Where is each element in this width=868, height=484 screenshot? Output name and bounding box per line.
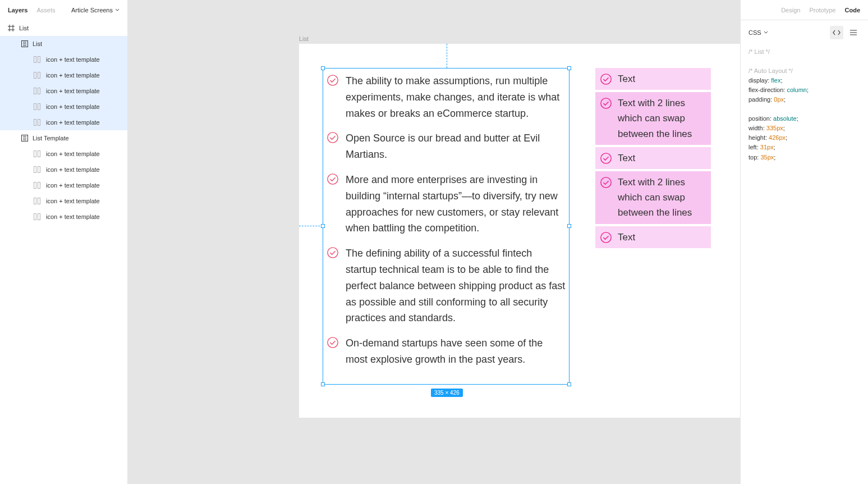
layer-label: icon + text template bbox=[46, 166, 100, 173]
canvas[interactable]: List The ability to make assumptions, ru… bbox=[128, 0, 740, 484]
layer-label: List bbox=[33, 40, 42, 47]
check-circle-icon bbox=[600, 152, 612, 165]
layer-component-row[interactable]: icon + text template bbox=[0, 177, 127, 193]
list-item[interactable]: Open Source is our bread and butter at E… bbox=[323, 130, 569, 163]
svg-point-12 bbox=[328, 337, 338, 348]
chevron-down-icon bbox=[764, 30, 768, 35]
component-icon bbox=[34, 72, 42, 79]
page-name: Article Screens bbox=[71, 7, 113, 13]
code-view-icon[interactable] bbox=[830, 26, 843, 39]
resize-handle[interactable] bbox=[321, 224, 325, 228]
root-layer-row[interactable]: List bbox=[0, 20, 127, 36]
check-circle-icon bbox=[327, 74, 339, 86]
tab-layers[interactable]: Layers bbox=[8, 7, 27, 13]
layer-component-row[interactable]: icon + text template bbox=[0, 99, 127, 115]
layer-label: icon + text template bbox=[46, 88, 100, 94]
tab-prototype[interactable]: Prototype bbox=[809, 7, 835, 13]
layer-label: icon + text template bbox=[46, 103, 100, 110]
code-output[interactable]: /* List */ /* Auto Layout */ display: fl… bbox=[741, 45, 868, 170]
page-dropdown[interactable]: Article Screens bbox=[71, 7, 120, 13]
layer-label: icon + text template bbox=[46, 72, 100, 79]
language-label: CSS bbox=[748, 29, 761, 36]
list-view-icon[interactable] bbox=[847, 26, 860, 39]
list-item[interactable]: More and more enterprises are investing … bbox=[323, 172, 569, 236]
check-circle-icon bbox=[600, 231, 612, 244]
layer-component-row[interactable]: icon + text template bbox=[0, 146, 127, 162]
layer-tree: Listicon + text templateicon + text temp… bbox=[0, 36, 127, 225]
layer-component-row[interactable]: icon + text template bbox=[0, 67, 127, 83]
component-icon bbox=[34, 103, 42, 110]
resize-handle[interactable] bbox=[321, 382, 325, 386]
template-item-text: Text bbox=[618, 150, 635, 166]
list-item[interactable]: The defining ability of a successful fin… bbox=[323, 245, 569, 326]
guide-horizontal bbox=[299, 226, 323, 226]
template-item[interactable]: Text with 2 lines which can swap between… bbox=[595, 171, 711, 224]
root-layer-label: List bbox=[19, 25, 29, 31]
resize-handle[interactable] bbox=[567, 66, 571, 70]
frame-label[interactable]: List bbox=[299, 35, 309, 42]
tab-code[interactable]: Code bbox=[845, 7, 861, 13]
template-item-text: Text bbox=[618, 71, 635, 86]
tab-assets[interactable]: Assets bbox=[36, 7, 55, 13]
code-comment: /* List */ bbox=[748, 47, 860, 57]
resize-handle[interactable] bbox=[567, 224, 571, 228]
list-item-text: The defining ability of a successful fin… bbox=[346, 245, 566, 326]
svg-point-15 bbox=[601, 153, 611, 163]
template-item-text: Text with 2 lines which can swap between… bbox=[618, 95, 706, 141]
left-panel: Layers Assets Article Screens List Listi… bbox=[0, 0, 128, 484]
layer-component-row[interactable]: icon + text template bbox=[0, 115, 127, 130]
tab-design[interactable]: Design bbox=[781, 7, 800, 13]
check-circle-icon bbox=[327, 246, 339, 259]
component-icon bbox=[34, 182, 42, 189]
template-frame[interactable]: TextText with 2 lines which can swap bet… bbox=[595, 68, 711, 248]
svg-point-14 bbox=[601, 98, 611, 108]
layer-component-row[interactable]: icon + text template bbox=[0, 193, 127, 209]
layer-label: icon + text template bbox=[46, 213, 100, 220]
svg-point-16 bbox=[601, 177, 611, 188]
code-header: CSS bbox=[741, 20, 868, 45]
layer-component-row[interactable]: icon + text template bbox=[0, 162, 127, 177]
check-circle-icon bbox=[327, 173, 339, 185]
template-item[interactable]: Text bbox=[595, 147, 711, 169]
layer-component-row[interactable]: icon + text template bbox=[0, 52, 127, 67]
svg-point-10 bbox=[328, 174, 338, 184]
list-content: The ability to make assumptions, run mul… bbox=[323, 69, 569, 372]
svg-point-8 bbox=[328, 75, 338, 85]
check-circle-icon bbox=[327, 131, 339, 144]
list-item-text: More and more enterprises are investing … bbox=[346, 172, 566, 236]
component-icon bbox=[34, 150, 42, 157]
template-item[interactable]: Text with 2 lines which can swap between… bbox=[595, 92, 711, 145]
layer-label: icon + text template bbox=[46, 119, 100, 126]
template-item[interactable]: Text bbox=[595, 226, 711, 248]
list-item[interactable]: The ability to make assumptions, run mul… bbox=[323, 73, 569, 121]
guide-vertical bbox=[447, 44, 447, 68]
svg-point-9 bbox=[328, 133, 338, 143]
layer-label: icon + text template bbox=[46, 56, 100, 63]
check-circle-icon bbox=[600, 97, 612, 109]
autolayout-icon bbox=[21, 135, 28, 141]
layer-frame-row[interactable]: List bbox=[0, 36, 127, 52]
template-item-text: Text with 2 lines which can swap between… bbox=[618, 175, 706, 221]
layer-component-row[interactable]: icon + text template bbox=[0, 83, 127, 99]
check-circle-icon bbox=[600, 176, 612, 189]
svg-point-13 bbox=[601, 74, 611, 84]
language-dropdown[interactable]: CSS bbox=[748, 29, 768, 36]
code-view-toggle bbox=[830, 26, 860, 39]
layer-component-row[interactable]: icon + text template bbox=[0, 209, 127, 225]
check-circle-icon bbox=[327, 336, 339, 349]
selected-frame[interactable]: The ability to make assumptions, run mul… bbox=[323, 68, 570, 385]
left-panel-header: Layers Assets Article Screens bbox=[0, 0, 127, 20]
layer-frame-row[interactable]: List Template bbox=[0, 130, 127, 146]
list-item[interactable]: On-demand startups have seen some of the… bbox=[323, 335, 569, 368]
chevron-down-icon bbox=[115, 8, 120, 12]
list-item-text: On-demand startups have seen some of the… bbox=[346, 335, 566, 368]
svg-point-17 bbox=[601, 232, 611, 242]
template-item[interactable]: Text bbox=[595, 68, 711, 90]
list-item-text: The ability to make assumptions, run mul… bbox=[346, 73, 566, 121]
component-icon bbox=[34, 213, 42, 220]
resize-handle[interactable] bbox=[567, 382, 571, 386]
resize-handle[interactable] bbox=[321, 66, 325, 70]
list-item-text: Open Source is our bread and butter at E… bbox=[346, 130, 566, 163]
frame-icon bbox=[8, 25, 15, 31]
layer-label: List Template bbox=[33, 135, 69, 141]
